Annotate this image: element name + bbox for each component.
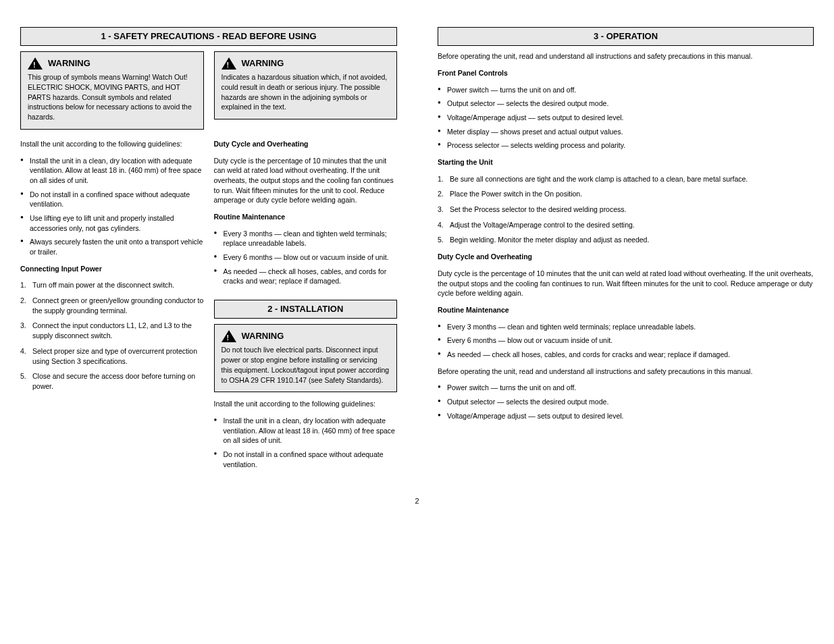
maint-item: Every 3 months — clean and tighten weld …	[438, 322, 814, 332]
conn-step: 4.Select proper size and type of overcur…	[20, 346, 204, 366]
warning-triangle-icon	[221, 57, 236, 70]
conn-step: 5.Close and secure the access door befor…	[20, 371, 204, 391]
controls-item: Power switch — turns the unit on and off…	[438, 85, 814, 95]
op-intro-2: Before operating the unit, read and unde…	[438, 367, 814, 377]
start-step: 2.Place the Power switch in the On posit…	[438, 189, 814, 199]
start-heading: Starting the Unit	[438, 157, 814, 167]
install-list-2: Install the unit in a clean, dry locatio…	[214, 416, 398, 469]
controls-list-2: Power switch — turns the unit on and off…	[438, 383, 814, 421]
warning-1-header: WARNING	[28, 57, 197, 70]
maint-list: Every 3 months — clean and tighten weld …	[438, 322, 814, 360]
start-step: 3.Set the Process selector to the desire…	[438, 205, 814, 215]
op-intro: Before operating the unit, read and unde…	[438, 51, 814, 61]
maint-list-left: Every 3 months — clean and tighten weld …	[214, 229, 398, 286]
warning-3-body: Do not touch live electrical parts. Disc…	[221, 345, 390, 385]
left-body-columns: Install the unit according to the follow…	[20, 139, 397, 477]
left-sub-col-1: Install the unit according to the follow…	[20, 139, 204, 477]
maint-heading-left: Routine Maintenance	[214, 212, 398, 222]
warning-box-2: WARNING Indicates a hazardous situation …	[214, 51, 398, 119]
conn-step: 2.Connect green or green/yellow groundin…	[20, 296, 204, 315]
warning-triangle-icon	[221, 330, 236, 342]
controls-list: Power switch — turns the unit on and off…	[438, 85, 814, 151]
page-columns: 1 - SAFETY PRECAUTIONS - READ BEFORE USI…	[20, 27, 814, 476]
install-item: Use lifting eye to lift unit and properl…	[20, 213, 204, 233]
maint-item: Every 6 months — blow out or vacuum insi…	[438, 336, 814, 346]
controls-item: Voltage/Amperage adjust — sets output to…	[438, 411, 814, 421]
start-step: 1.Be sure all connections are tight and …	[438, 174, 814, 184]
section-3-header: 3 - OPERATION	[438, 27, 814, 46]
duty-heading-left: Duty Cycle and Overheating	[214, 139, 398, 149]
connecting-heading: Connecting Input Power	[20, 264, 204, 274]
start-step: 5.Begin welding. Monitor the meter displ…	[438, 235, 814, 245]
controls-heading: Front Panel Controls	[438, 68, 814, 78]
install-item: Do not install in a confined space witho…	[20, 190, 204, 209]
start-step: 4.Adjust the Voltage/Amperage control to…	[438, 220, 814, 230]
controls-item: Output selector — selects the desired ou…	[438, 397, 814, 407]
controls-item: Output selector — selects the desired ou…	[438, 99, 814, 109]
warning-row: WARNING This group of symbols means Warn…	[20, 51, 397, 130]
warning-1-body: This group of symbols means Warning! Wat…	[28, 72, 197, 122]
left-sub-col-2: Duty Cycle and Overheating Duty cycle is…	[214, 139, 398, 477]
warning-1-title: WARNING	[48, 57, 90, 70]
maint-item: Every 3 months — clean and tighten weld …	[214, 229, 398, 248]
maint-item: As needed — check all hoses, cables, and…	[438, 350, 814, 360]
warning-triangle-icon	[28, 57, 43, 70]
controls-item: Power switch — turns the unit on and off…	[438, 383, 814, 393]
left-column: 1 - SAFETY PRECAUTIONS - READ BEFORE USI…	[20, 27, 397, 476]
warning-2-header: WARNING	[221, 57, 390, 70]
install-list: Install the unit in a clean, dry locatio…	[20, 156, 204, 257]
section-2-header: 2 - INSTALLATION	[214, 300, 398, 319]
maint-item: As needed — check all hoses, cables, and…	[214, 267, 398, 286]
page-number: 2	[20, 496, 814, 506]
duty-body: Duty cycle is the percentage of 10 minut…	[438, 269, 814, 298]
conn-step: 3.Connect the input conductors L1, L2, a…	[20, 321, 204, 340]
warning-box-1: WARNING This group of symbols means Warn…	[20, 51, 204, 130]
maint-item: Every 6 months — blow out or vacuum insi…	[214, 252, 398, 263]
warning-3-title: WARNING	[242, 330, 284, 342]
warning-3-header: WARNING	[221, 330, 390, 342]
warning-2-title: WARNING	[242, 57, 284, 70]
duty-body-left: Duty cycle is the percentage of 10 minut…	[214, 156, 398, 205]
install-intro-2: Install the unit according to the follow…	[214, 399, 398, 409]
duty-heading: Duty Cycle and Overheating	[438, 252, 814, 262]
maint-heading: Routine Maintenance	[438, 305, 814, 315]
controls-item: Process selector — selects welding proce…	[438, 140, 814, 151]
install-item: Always securely fasten the unit onto a t…	[20, 237, 204, 257]
install-intro: Install the unit according to the follow…	[20, 139, 204, 149]
right-column: 3 - OPERATION Before operating the unit,…	[438, 27, 814, 476]
conn-step: 1.Turn off main power at the disconnect …	[20, 280, 204, 290]
install-item: Install the unit in a clean, dry locatio…	[214, 416, 398, 446]
warning-box-3: WARNING Do not touch live electrical par…	[214, 324, 398, 392]
install-item: Install the unit in a clean, dry locatio…	[20, 156, 204, 186]
controls-item: Meter display — shows preset and actual …	[438, 127, 814, 137]
warning-2-body: Indicates a hazardous situation which, i…	[221, 72, 390, 112]
section-1-header: 1 - SAFETY PRECAUTIONS - READ BEFORE USI…	[20, 27, 397, 46]
controls-item: Voltage/Amperage adjust — sets output to…	[438, 113, 814, 123]
install-item: Do not install in a confined space witho…	[214, 450, 398, 469]
